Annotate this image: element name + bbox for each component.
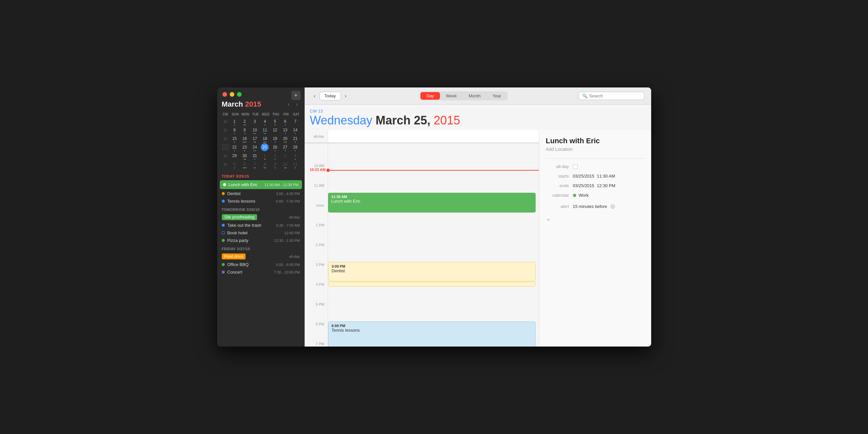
mini-cal-day[interactable]: 6 [240,160,249,168]
mini-cal-day[interactable]: 11 [291,160,300,168]
nav-arrows: ‹ Today › [311,92,349,100]
mini-cal-day[interactable]: 19 [271,135,279,143]
time-grid-container: all-day 10 AM [305,130,539,346]
prev-month-button[interactable]: ‹ [286,101,291,108]
mini-cal-day[interactable]: 31 [250,152,259,160]
mini-cal-day[interactable]: 3 [281,152,289,160]
tab-week[interactable]: Week [440,92,463,100]
mini-cal-day[interactable]: 26 [271,143,279,151]
event-tennis-lessons[interactable]: Tennis lessons 6:00 - 7:30 PM [217,197,305,205]
current-time-line [328,170,539,170]
prev-day-button[interactable]: ‹ [311,92,318,100]
mini-cal-day[interactable]: 9 [271,160,279,168]
search-icon: 🔍 [582,93,587,98]
event-book-hotel[interactable]: Book hotel 12:00 PM [217,229,305,237]
today-section-header: TODAY 3/25/15 [217,172,305,180]
events-list: TODAY 3/25/15 Lunch with Eric 11:30 AM -… [217,169,305,346]
mini-cal-day[interactable]: 16 [240,135,249,143]
event-lunch-cont[interactable] [328,203,536,213]
mini-cal-day[interactable]: 29 [230,152,239,160]
mini-cal-day[interactable]: 14 [291,126,300,134]
mini-cal-day[interactable]: 7 [250,160,259,168]
mini-cal-day[interactable]: 2 [271,152,279,160]
time-grid: 10 AM 10:21 AM 11 AM [305,143,539,346]
time-row-11am: 11 AM 11:30 AM Lunch with Eric [305,183,539,203]
mini-cal-day[interactable]: 28 [291,143,300,151]
event-site-proofreading[interactable]: Site proofreading all-day [217,213,305,221]
today-button[interactable]: Today [319,92,341,100]
close-button[interactable] [222,92,227,97]
tab-year[interactable]: Year [487,92,507,100]
mini-cal-day-selected[interactable]: 25 [261,143,269,151]
mini-cal-day[interactable]: 18 [261,135,269,143]
event-dot [222,200,225,203]
next-month-button[interactable]: › [294,101,300,108]
event-concert[interactable]: Concert 7:30 - 10:00 PM [217,268,305,276]
mini-cal-day[interactable]: 27 [281,143,289,151]
sidebar-month-header: March 2015 ‹ › [217,100,305,113]
mini-cal-day[interactable]: 23 [240,143,249,151]
minimize-button[interactable] [230,92,234,97]
mini-cal-day[interactable]: 1 [261,152,269,160]
event-dentist-cal[interactable]: 3:00 PM Dentist [328,262,536,281]
mini-cal-day[interactable]: 30 [240,152,249,160]
mini-cal-day[interactable]: 13 [281,126,289,134]
tab-month[interactable]: Month [463,92,487,100]
traffic-lights: + [217,88,305,100]
event-dot [223,183,226,186]
next-day-button[interactable]: › [342,92,349,100]
event-food-drive[interactable]: Food drive all-day [217,252,305,261]
detail-allday-field: all-day [546,164,645,169]
maximize-button[interactable] [237,92,242,97]
mini-cal-day[interactable]: 21 [291,135,300,143]
add-event-button[interactable]: + [291,91,301,100]
detail-allday-checkbox[interactable] [573,164,578,169]
event-office-bbq[interactable]: Office BBQ 5:00 - 6:00 PM [217,261,305,268]
mini-cal-day[interactable]: 11 [261,126,269,134]
event-lunch-with-eric[interactable]: Lunch with Eric 11:30 AM - 12:30 PM [220,180,302,189]
mini-cal-day[interactable]: 8 [261,160,269,168]
event-dentist[interactable]: Dentist 3:00 - 4:00 PM [217,190,305,197]
mini-cal-day[interactable]: 10 [281,160,289,168]
mini-cal-day[interactable]: 1 [230,118,239,125]
mini-cal-day[interactable]: 15 [230,135,239,143]
event-pizza-party[interactable]: Pizza party 12:30 - 1:30 PM [217,237,305,244]
time-row-9am [305,143,539,163]
mini-cal-day[interactable]: 4 [261,118,269,125]
mini-cal-day[interactable]: 8 [230,126,239,134]
view-tabs: Day Week Month Year [420,91,508,100]
friday-section-header: FRIDAY 3/27/15 [217,244,305,252]
mini-cal-day[interactable]: 3 [250,118,259,125]
mini-cal-day[interactable]: 12 [271,126,279,134]
tab-day[interactable]: Day [421,92,440,100]
mini-cal-day[interactable]: 5 [230,160,239,168]
mini-cal-day[interactable]: 17 [250,135,259,143]
mini-calendar: CW SUN MON TUE WED THU FRI SAT 10 1 2 3 … [217,113,305,169]
mini-cal-day[interactable]: 24 [250,143,259,151]
mini-cal-day[interactable]: 5 [271,118,279,125]
mini-cal-day[interactable]: 22 [230,143,239,151]
mini-cal-day[interactable]: 10 [250,126,259,134]
time-row-area: 6:00 PM Tennis lessons [328,321,539,341]
search-input[interactable] [589,93,641,98]
cw-label: CW 13 [310,108,646,114]
detail-location[interactable]: Add Location [546,147,645,152]
detail-starts-field: starts 03/25/2015 11:30 AM [546,174,645,179]
time-grid-scroll[interactable]: 10 AM 10:21 AM 11 AM [305,143,539,346]
search-box[interactable]: 🔍 [579,92,645,100]
add-alert-button[interactable]: ⊕ [610,202,616,210]
mini-cal-day[interactable]: 6 [281,118,289,125]
mini-cal-day[interactable]: 7 [291,118,300,125]
event-take-trash[interactable]: Take out the trash 6:30 - 7:00 AM [217,221,305,229]
mini-cal-day[interactable]: 4 [291,152,300,160]
mini-cal-day[interactable]: 9 [240,126,249,134]
mini-cal-day[interactable]: 2 [240,118,249,125]
expand-button[interactable]: ⌄ [546,215,645,222]
time-row-area: 11:30 AM Lunch with Eric [328,183,539,202]
event-tennis-cal[interactable]: 6:00 PM Tennis lessons [328,321,536,346]
event-dot [222,263,225,266]
mini-cal-day[interactable]: 20 [281,135,289,143]
tomorrow-section-header: TOMORROW 3/26/15 [217,205,305,213]
time-row-area [328,143,539,163]
time-row-5pm: 5 PM [305,302,539,321]
